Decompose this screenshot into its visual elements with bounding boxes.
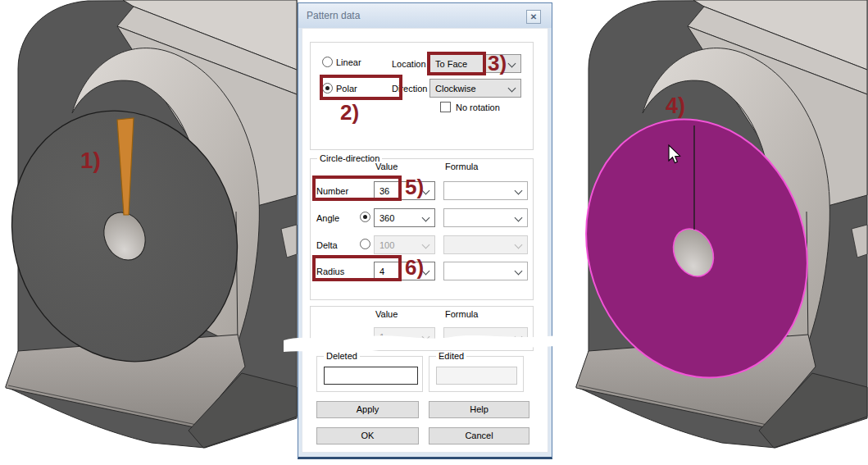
chevron-down-icon [508, 84, 516, 93]
help-button[interactable]: Help [429, 401, 529, 418]
torn-formula-header: Formula [445, 309, 478, 319]
cancel-button[interactable]: Cancel [429, 427, 529, 444]
annotation-box-5 [312, 176, 402, 201]
delta-label: Delta [316, 240, 338, 250]
location-label: Location [392, 59, 426, 69]
edited-input [436, 367, 517, 385]
delta-value: 100 [379, 240, 394, 250]
annotation-3: 3) [488, 51, 507, 76]
annotation-5: 5) [405, 175, 424, 200]
number-formula-combo[interactable] [443, 181, 528, 200]
model-view-after[interactable] [570, 0, 868, 465]
torn-value-header: Value [375, 309, 398, 319]
edited-group: Edited [429, 356, 524, 392]
dialog-titlebar[interactable]: Pattern data [298, 3, 552, 28]
chevron-down-icon [515, 267, 523, 276]
annotation-6: 6) [405, 255, 424, 280]
delta-radio[interactable] [360, 239, 370, 249]
chevron-down-icon [515, 214, 523, 222]
angle-value-combo[interactable]: 360 [374, 208, 435, 227]
chevron-down-icon [422, 241, 430, 249]
linear-radio-label: Linear [336, 57, 361, 67]
value-column-header: Value [375, 162, 398, 171]
apply-button[interactable]: Apply [316, 401, 419, 418]
annotation-box-6 [312, 255, 402, 281]
annotation-4: 4) [666, 93, 685, 119]
delta-value-combo: 100 [374, 235, 435, 254]
chevron-down-icon [515, 241, 523, 249]
no-rotation-checkbox[interactable] [440, 102, 451, 112]
delta-formula-combo [443, 235, 528, 254]
deleted-input[interactable] [324, 367, 418, 385]
radius-formula-combo[interactable] [443, 262, 528, 280]
pattern-data-dialog: Pattern data ✕ Linear Polar Location To … [298, 2, 552, 459]
angle-label: Angle [316, 213, 339, 223]
chevron-down-icon [508, 60, 516, 68]
direction-select[interactable]: Clockwise [429, 79, 521, 98]
annotation-box-2 [320, 75, 402, 100]
formula-column-header: Formula [445, 162, 478, 171]
dialog-title: Pattern data [307, 10, 360, 21]
annotation-box-3 [427, 52, 486, 75]
angle-radio[interactable] [360, 212, 370, 222]
annotation-1: 1) [80, 148, 101, 174]
close-icon: ✕ [530, 12, 537, 21]
linear-radio[interactable] [322, 57, 333, 67]
no-rotation-label: No rotation [456, 103, 500, 112]
angle-formula-combo[interactable] [443, 208, 528, 227]
screenshot-stage: Pattern data ✕ Linear Polar Location To … [0, 0, 868, 465]
screenshot-tear [284, 328, 566, 356]
close-button[interactable]: ✕ [526, 10, 541, 24]
direction-value: Clockwise [435, 84, 476, 93]
chevron-down-icon [422, 214, 430, 222]
deleted-group: Deleted [316, 356, 423, 392]
circle-direction-group-label: Circle-direction [317, 153, 382, 163]
annotation-2: 2) [340, 100, 359, 125]
model-view-before[interactable] [0, 0, 299, 465]
angle-value: 360 [379, 213, 394, 223]
chevron-down-icon [515, 187, 523, 195]
ok-button[interactable]: OK [316, 427, 419, 444]
